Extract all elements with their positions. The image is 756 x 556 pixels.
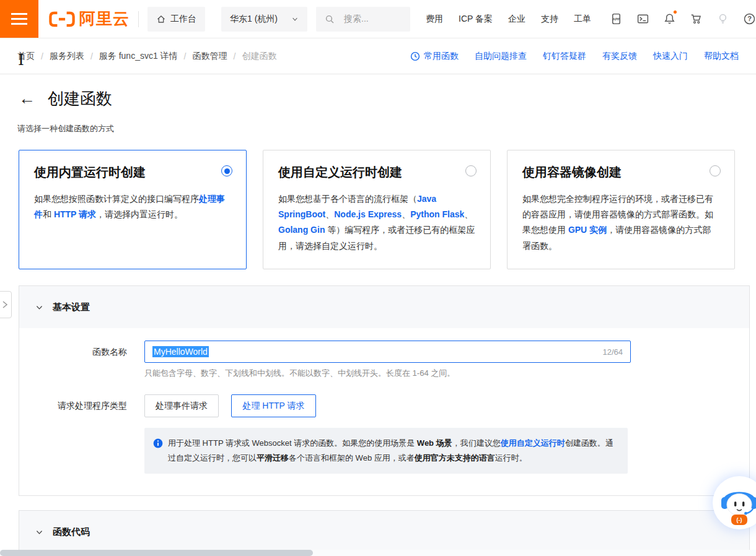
http-handler-info-box: 用于处理 HTTP 请求或 Websocket 请求的函数。如果您的使用场景是 …	[144, 428, 628, 474]
svg-text:?: ?	[747, 15, 752, 22]
breadcrumb-service-detail[interactable]: 服务 func_svc1 详情	[99, 51, 178, 62]
workbench-label: 工作台	[170, 14, 196, 25]
card-builtin-runtime[interactable]: 使用内置运行时创建 如果您想按照函数计算定义的接口编写程序处理事件和 HTTP …	[19, 150, 247, 269]
info-text: 用于处理 HTTP 请求或 Websocket 请求的函数。如果您的使用场景是 …	[168, 436, 617, 466]
inline-link[interactable]: Golang Gin	[278, 225, 325, 235]
card-custom-runtime[interactable]: 使用自定义运行时创建 如果您想基于各个语言的流行框架（Java SpringBo…	[263, 150, 491, 269]
hamburger-icon	[11, 13, 27, 15]
horizontal-scrollbar	[0, 550, 756, 556]
cloudshell-terminal-icon[interactable]	[636, 12, 649, 25]
hamburger-menu-button[interactable]	[0, 0, 38, 38]
function-name-value: MyHelloWorld	[152, 346, 209, 357]
aliyun-logo-text: 阿里云	[79, 8, 130, 30]
handle-event-request-button[interactable]: 处理事件请求	[144, 394, 219, 417]
card-description: 如果您想基于各个语言的流行框架（Java SpringBoot、Node.js …	[278, 191, 475, 254]
handle-http-request-button[interactable]: 处理 HTTP 请求	[231, 394, 315, 417]
card-description: 如果您想按照函数计算定义的接口编写程序处理事件和 HTTP 请求，请选择内置运行…	[34, 191, 231, 222]
inline-link[interactable]: Node.js Express	[334, 209, 402, 219]
breadcrumb-service-list[interactable]: 服务列表	[50, 51, 84, 62]
topbar-item-enterprise[interactable]: 企业	[508, 14, 525, 25]
page-help-links: 常用函数 自助问题排查 钉钉答疑群 有奖反馈 快速入门 帮助文档	[394, 51, 739, 62]
basic-settings-header[interactable]: 基本设置	[19, 286, 749, 328]
breadcrumb: 首页 / 服务列表 / 服务 func_svc1 详情 / 函数管理 / 创建函…	[17, 51, 276, 62]
radio-unselected-icon[interactable]	[465, 165, 477, 176]
home-icon	[156, 14, 166, 24]
function-code-panel: 函数代码	[19, 510, 750, 556]
breadcrumb-home[interactable]: 首页	[17, 51, 35, 62]
basic-settings-panel: 基本设置 函数名称 MyHelloWorld 12/64 只能包含字母、数字、下…	[19, 285, 750, 496]
topbar-item-icp[interactable]: ICP 备案	[459, 14, 493, 25]
topbar-item-billing[interactable]: 费用	[426, 14, 443, 25]
inline-link[interactable]: Python Flask	[410, 209, 464, 219]
self-troubleshoot-link[interactable]: 自助问题排查	[475, 51, 527, 62]
breadcrumb-bar: 首页 / 服务列表 / 服务 func_svc1 详情 / 函数管理 / 创建函…	[0, 38, 756, 74]
chevron-right-icon	[1, 300, 9, 309]
dingtalk-group-link[interactable]: 钉钉答疑群	[543, 51, 586, 62]
breadcrumb-current: 创建函数	[242, 51, 276, 62]
function-name-label: 函数名称	[19, 341, 144, 363]
back-button[interactable]: ←	[19, 90, 35, 107]
inline-link[interactable]: HTTP 请求	[54, 209, 96, 219]
clock-icon	[410, 51, 420, 61]
divider	[138, 11, 139, 27]
chevron-down-icon	[35, 528, 43, 536]
info-icon	[153, 438, 163, 466]
radio-selected-icon[interactable]	[221, 165, 232, 176]
creation-method-cards: 使用内置运行时创建 如果您想按照函数计算定义的接口编写程序处理事件和 HTTP …	[19, 150, 735, 269]
page-subtitle: 请选择一种创建函数的方式	[0, 110, 756, 134]
svg-text:(-): (-)	[737, 517, 742, 523]
help-icon[interactable]: ?	[743, 12, 756, 25]
inline-link[interactable]: 使用自定义运行时	[501, 438, 565, 448]
lightbulb-icon[interactable]	[716, 12, 729, 25]
search-placeholder: 搜索...	[344, 14, 369, 25]
topbar-right: 费用 ICP 备案 企业 支持 工单 APP ?	[410, 0, 756, 38]
card-title: 使用内置运行时创建	[34, 164, 231, 181]
notifications-bell-icon[interactable]	[663, 12, 676, 25]
topbar-item-support[interactable]: 支持	[541, 14, 558, 25]
char-counter: 12/64	[602, 347, 623, 357]
search-input[interactable]: 搜索...	[316, 7, 410, 32]
card-container-image[interactable]: 使用容器镜像创建 如果您想完全控制程序运行的环境，或者迁移已有的容器应用，请使用…	[507, 150, 735, 269]
breadcrumb-function-manage[interactable]: 函数管理	[193, 51, 227, 62]
card-description: 如果您想完全控制程序运行的环境，或者迁移已有的容器应用，请使用容器镜像的方式部署…	[522, 191, 719, 254]
card-title: 使用容器镜像创建	[522, 164, 719, 181]
svg-text:APP: APP	[612, 17, 620, 21]
section-title: 基本设置	[53, 302, 90, 313]
mobile-app-icon[interactable]: APP	[610, 12, 623, 25]
search-icon	[325, 14, 335, 24]
page-title: 创建函数	[48, 88, 112, 110]
card-title: 使用自定义运行时创建	[278, 164, 475, 181]
common-functions-link[interactable]: 常用函数	[410, 51, 459, 62]
robot-avatar-icon: (-)	[717, 480, 756, 525]
function-name-hint: 只能包含字母、数字、下划线和中划线。不能以数字、中划线开头。长度在 1-64 之…	[144, 368, 749, 379]
sidebar-expand-handle[interactable]	[0, 291, 12, 318]
cart-icon[interactable]	[690, 12, 703, 25]
region-value: 华东1 (杭州)	[230, 14, 278, 25]
top-navbar: 阿里云 工作台 华东1 (杭州) 搜索... 费用 ICP 备案 企业 支持 工…	[0, 0, 756, 38]
function-code-header[interactable]: 函数代码	[19, 511, 749, 553]
feedback-link[interactable]: 有奖反馈	[602, 51, 637, 62]
notification-dot	[673, 10, 677, 14]
chevron-down-icon	[291, 15, 299, 23]
topbar-item-ticket[interactable]: 工单	[574, 14, 591, 25]
horizontal-scrollbar-thumb[interactable]	[0, 550, 313, 556]
aliyun-brackets-icon	[48, 11, 76, 28]
help-docs-link[interactable]: 帮助文档	[704, 51, 739, 62]
chevron-down-icon	[35, 303, 43, 311]
section-title: 函数代码	[53, 526, 90, 538]
function-name-input[interactable]: MyHelloWorld 12/64	[144, 341, 631, 363]
region-selector[interactable]: 华东1 (杭州)	[221, 7, 307, 32]
workbench-button[interactable]: 工作台	[147, 7, 205, 32]
inline-link[interactable]: GPU 实例	[568, 225, 607, 235]
quick-start-link[interactable]: 快速入门	[653, 51, 688, 62]
aliyun-logo[interactable]: 阿里云	[48, 8, 130, 30]
radio-unselected-icon[interactable]	[710, 165, 721, 176]
handler-type-label: 请求处理程序类型	[19, 394, 144, 417]
